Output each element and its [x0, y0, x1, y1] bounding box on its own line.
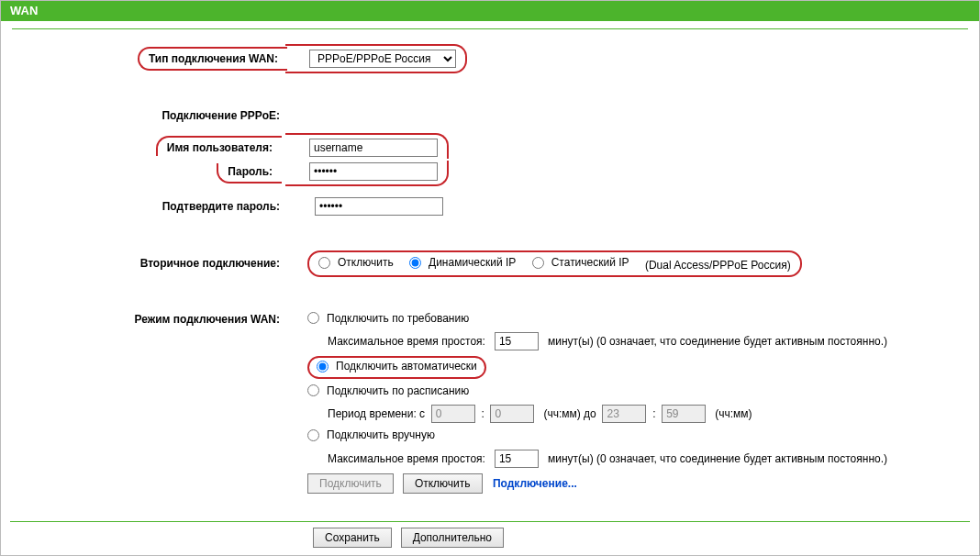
radio-secondary-dynamic[interactable]: [409, 257, 421, 269]
secondary-stat-label: Статический IP: [551, 256, 629, 269]
disconnect-button[interactable]: Отключить: [403, 473, 483, 494]
connect-buttons-row: Подключить Отключить Подключение...: [307, 473, 966, 494]
row-username: Имя пользователя:: [14, 128, 966, 159]
radio-secondary-static[interactable]: [532, 257, 544, 269]
schedule-to-label: (чч:мм) до: [543, 407, 596, 420]
schedule-period-label: Период времени: с: [328, 407, 425, 420]
settings-form: Тип подключения WAN: PPPoE/PPPoE Россия …: [12, 29, 968, 500]
radio-secondary-off[interactable]: [318, 257, 330, 269]
label-pppoe-section: Подключение PPPoE:: [161, 109, 280, 122]
wan-type-select[interactable]: PPPoE/PPPoE Россия: [309, 50, 456, 68]
row-secondary: Вторичное подключение: Отключить Динамич…: [14, 246, 966, 282]
divider-bottom: [10, 521, 970, 522]
mode-schedule: Подключить по расписанию Период времени:…: [307, 384, 966, 424]
label-password: Пароль:: [228, 165, 273, 178]
mode-schedule-label: Подключить по расписанию: [327, 384, 469, 397]
row-wan-type: Тип подключения WAN: PPPoE/PPPoE Россия: [14, 44, 966, 73]
footer-buttons: Сохранить Дополнительно: [10, 528, 970, 548]
secondary-group: Отключить Динамический IP Статический IP…: [307, 250, 802, 277]
secondary-off-label: Отключить: [338, 256, 394, 269]
advanced-button[interactable]: Дополнительно: [401, 528, 504, 548]
schedule-to-suffix: (чч:мм): [715, 407, 752, 420]
schedule-period-row: Период времени: с : (чч:мм) до : (чч:мм): [307, 405, 966, 423]
schedule-to-h[interactable]: [602, 405, 646, 423]
manual-idle-input[interactable]: [495, 450, 539, 468]
wan-settings-window: WAN Тип подключения WAN: PPPoE/PPPoE Рос…: [0, 0, 980, 556]
username-input[interactable]: [309, 139, 438, 157]
on-demand-idle-row: Максимальное время простоя: минут(ы) (0 …: [307, 332, 966, 350]
mode-on-demand-option[interactable]: Подключить по требованию: [307, 312, 469, 325]
page-title-bar: WAN: [1, 1, 979, 21]
password-confirm-input[interactable]: [315, 197, 443, 216]
form-content: Тип подключения WAN: PPPoE/PPPoE Россия …: [1, 21, 979, 500]
mode-auto-option[interactable]: Подключить автоматически: [317, 360, 477, 373]
mode-on-demand-label: Подключить по требованию: [327, 312, 469, 325]
manual-idle-row: Максимальное время простоя: минут(ы) (0 …: [307, 450, 966, 468]
mode-auto-highlight: Подключить автоматически: [307, 356, 486, 379]
colon-2: :: [650, 407, 659, 420]
on-demand-idle-input[interactable]: [495, 332, 539, 350]
colon-1: :: [478, 407, 487, 420]
page-title: WAN: [10, 4, 38, 17]
mode-auto-label: Подключить автоматически: [336, 360, 477, 373]
secondary-suffix: (Dual Access/PPPoE Россия): [645, 259, 791, 272]
schedule-to-m[interactable]: [662, 405, 706, 423]
manual-idle-suffix: минут(ы) (0 означает, что соединение буд…: [548, 452, 887, 465]
label-password-confirm: Подтвердите пароль:: [162, 200, 280, 213]
footer: Сохранить Дополнительно: [10, 521, 970, 548]
schedule-from-h[interactable]: [431, 405, 475, 423]
manual-idle-label: Максимальное время простоя:: [328, 452, 485, 465]
mode-manual-option[interactable]: Подключить вручную: [307, 428, 435, 441]
mode-manual-label: Подключить вручную: [327, 428, 435, 441]
connect-button[interactable]: Подключить: [307, 473, 394, 494]
on-demand-idle-label: Максимальное время простоя:: [328, 335, 485, 348]
mode-auto: Подключить автоматически: [307, 356, 966, 379]
radio-manual[interactable]: [307, 429, 319, 441]
secondary-dynamic[interactable]: Динамический IP: [409, 256, 516, 269]
radio-on-demand[interactable]: [307, 312, 319, 324]
schedule-from-m[interactable]: [490, 405, 534, 423]
connection-status: Подключение...: [493, 477, 577, 490]
label-wan-type: Тип подключения WAN:: [149, 52, 278, 65]
secondary-dyn-label: Динамический IP: [429, 256, 516, 269]
label-username: Имя пользователя:: [167, 141, 273, 154]
mode-on-demand: Подключить по требованию Максимальное вр…: [307, 312, 966, 351]
row-password: Пароль:: [14, 161, 966, 191]
row-pppoe-heading: Подключение PPPoE:: [14, 105, 966, 127]
mode-schedule-option[interactable]: Подключить по расписанию: [307, 384, 469, 397]
label-secondary: Вторичное подключение:: [140, 257, 280, 270]
on-demand-idle-suffix: минут(ы) (0 означает, что соединение буд…: [548, 335, 887, 348]
save-button[interactable]: Сохранить: [313, 528, 392, 548]
mode-manual: Подключить вручную Максимальное время пр…: [307, 428, 966, 468]
radio-schedule[interactable]: [307, 384, 319, 396]
secondary-static[interactable]: Статический IP: [532, 256, 629, 269]
radio-auto[interactable]: [317, 361, 329, 373]
row-password-confirm: Подтвердите пароль:: [14, 193, 966, 220]
label-conn-mode: Режим подключения WAN:: [134, 313, 280, 326]
password-input[interactable]: [309, 162, 438, 181]
secondary-off[interactable]: Отключить: [318, 256, 394, 269]
row-conn-mode: Режим подключения WAN: Подключить по тре…: [14, 307, 966, 498]
